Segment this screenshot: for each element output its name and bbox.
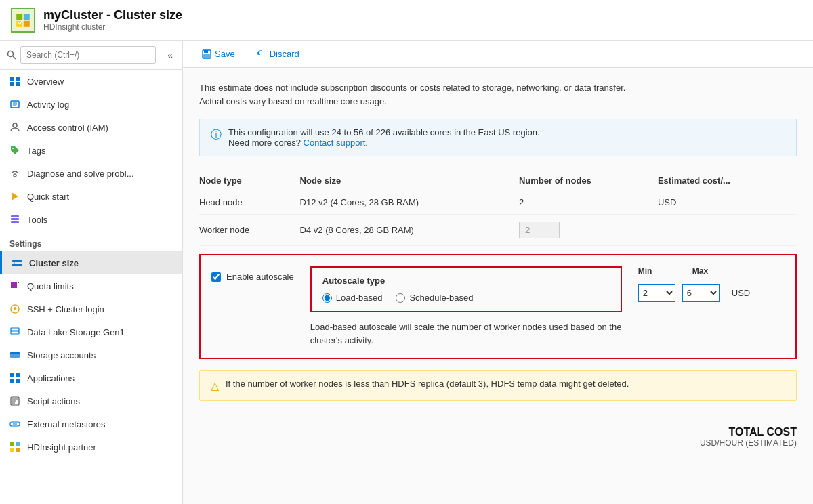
overview-icon: [9, 76, 20, 87]
external-icon: [9, 419, 20, 429]
svg-rect-40: [16, 379, 20, 383]
svg-rect-33: [11, 328, 19, 331]
svg-rect-22: [11, 215, 19, 217]
svg-rect-29: [14, 285, 17, 288]
sidebar-item-label: Tools: [27, 215, 47, 225]
num-nodes-worker: [519, 215, 658, 246]
sidebar-item-label: Applications: [27, 373, 75, 383]
page-title: myCluster - Cluster size: [43, 8, 182, 22]
hdinsight-partner-icon: [9, 442, 20, 453]
svg-rect-52: [204, 50, 208, 53]
warning-icon: △: [211, 379, 219, 392]
sidebar-item-applications[interactable]: Applications: [0, 366, 182, 390]
svg-point-18: [14, 174, 16, 177]
page-subtitle: HDInsight cluster: [43, 22, 182, 32]
sidebar-item-activity-log[interactable]: Activity log: [0, 93, 182, 116]
svg-rect-50: [16, 448, 20, 452]
sidebar-item-label: HDInsight partner: [27, 442, 96, 453]
sidebar-item-datalake[interactable]: Data Lake Storage Gen1: [0, 320, 182, 343]
min-select[interactable]: 2 3 4: [638, 284, 675, 302]
autoscale-checkbox[interactable]: [211, 272, 221, 282]
sidebar-item-overview[interactable]: Overview: [0, 70, 182, 93]
info-box-text: This configuration will use 24 to 56 of …: [228, 127, 540, 148]
svg-rect-3: [24, 20, 30, 26]
autoscale-content: Autoscale type Load-based Schedule-based: [310, 266, 785, 347]
sidebar-item-tags[interactable]: Tags: [0, 139, 182, 162]
autoscale-type-label: Autoscale type: [322, 276, 610, 286]
svg-rect-26: [11, 282, 14, 285]
svg-rect-36: [10, 352, 20, 354]
svg-rect-21: [11, 221, 19, 223]
sidebar-item-external-metastores[interactable]: External metastores: [0, 413, 182, 436]
svg-rect-9: [16, 77, 20, 81]
app-icon: [11, 8, 35, 33]
sidebar-item-label: Diagnose and solve probl...: [27, 169, 134, 179]
load-based-radio-label[interactable]: Load-based: [322, 293, 383, 303]
sidebar-item-ssh-login[interactable]: SSH + Cluster login: [0, 297, 182, 320]
collapse-button[interactable]: «: [165, 47, 175, 63]
autoscale-section: Enable autoscale Autoscale type Load-bas…: [199, 254, 797, 359]
worker-nodes-input[interactable]: [519, 222, 560, 238]
col-node-type: Node type: [199, 170, 300, 190]
sidebar-item-storage-accounts[interactable]: Storage accounts: [0, 343, 182, 366]
sidebar-item-label: Tags: [27, 146, 45, 156]
svg-rect-24: [12, 264, 22, 266]
svg-rect-23: [12, 260, 22, 262]
total-cost-label: TOTAL COST: [729, 426, 797, 438]
sidebar-item-label: Storage accounts: [27, 350, 96, 360]
sidebar: « Overview Activity log Access contr: [0, 41, 183, 504]
node-type-worker: Worker node: [199, 215, 300, 246]
sidebar-item-quota-limits[interactable]: Quota limits: [0, 274, 182, 297]
sidebar-item-hdinsight-partner[interactable]: HDInsight partner: [0, 436, 182, 459]
svg-point-6: [8, 51, 14, 57]
warning-text: If the number of worker nodes is less th…: [226, 379, 629, 389]
sidebar-item-tools[interactable]: Tools: [0, 208, 182, 231]
cost-head: USD: [658, 190, 797, 215]
cluster-size-icon: [12, 257, 22, 268]
schedule-based-radio-label[interactable]: Schedule-based: [396, 293, 473, 303]
svg-rect-27: [14, 282, 17, 285]
discard-button[interactable]: Discard: [251, 46, 305, 62]
svg-rect-47: [10, 442, 14, 446]
header-titles: myCluster - Cluster size HDInsight clust…: [43, 8, 182, 32]
cost-usd-label: USD: [732, 288, 750, 298]
save-button[interactable]: Save: [196, 46, 241, 62]
sidebar-item-label: Cluster size: [29, 258, 79, 268]
storage-icon: [9, 350, 20, 360]
datalake-icon: [9, 327, 20, 337]
num-nodes-head: 2: [519, 190, 658, 215]
minmax-labels: Min Max: [638, 266, 733, 276]
svg-rect-38: [16, 373, 20, 377]
info-box: ⓘ This configuration will use 24 to 56 o…: [199, 119, 797, 156]
svg-rect-49: [10, 448, 14, 452]
svg-rect-34: [11, 331, 19, 334]
save-icon: [202, 49, 211, 59]
schedule-based-radio[interactable]: [396, 293, 405, 303]
svg-point-16: [13, 123, 17, 127]
sidebar-item-diagnose[interactable]: Diagnose and solve probl...: [0, 162, 182, 185]
activity-icon: [9, 99, 20, 110]
svg-rect-1: [24, 14, 30, 20]
max-select[interactable]: 6 7 8: [682, 284, 720, 302]
svg-rect-39: [10, 379, 14, 383]
table-row: Head node D12 v2 (4 Cores, 28 GB RAM) 2 …: [199, 190, 797, 215]
node-table: Node type Node size Number of nodes Esti…: [199, 170, 797, 246]
sidebar-item-label: Access control (IAM): [27, 123, 108, 133]
autoscale-radios: Load-based Schedule-based: [322, 293, 610, 303]
sidebar-item-access-control[interactable]: Access control (IAM): [0, 116, 182, 139]
load-based-radio[interactable]: [322, 293, 332, 303]
search-input[interactable]: [20, 46, 156, 64]
sidebar-item-label: SSH + Cluster login: [27, 304, 104, 314]
svg-marker-19: [12, 192, 18, 201]
sidebar-item-label: Script actions: [27, 396, 80, 406]
contact-support-link[interactable]: Contact support.: [304, 138, 368, 148]
sidebar-item-cluster-size[interactable]: Cluster size: [0, 251, 182, 274]
sidebar-search-bar[interactable]: «: [0, 41, 182, 70]
sidebar-item-quickstart[interactable]: Quick start: [0, 185, 182, 208]
autoscale-checkbox-label[interactable]: Enable autoscale: [211, 272, 294, 282]
node-size-head: D12 v2 (4 Cores, 28 GB RAM): [300, 190, 519, 215]
info-icon: ⓘ: [211, 128, 222, 142]
svg-rect-20: [11, 218, 19, 220]
sidebar-item-script-actions[interactable]: Script actions: [0, 390, 182, 413]
autoscale-description: Load-based autoscale will scale the numb…: [310, 320, 622, 347]
